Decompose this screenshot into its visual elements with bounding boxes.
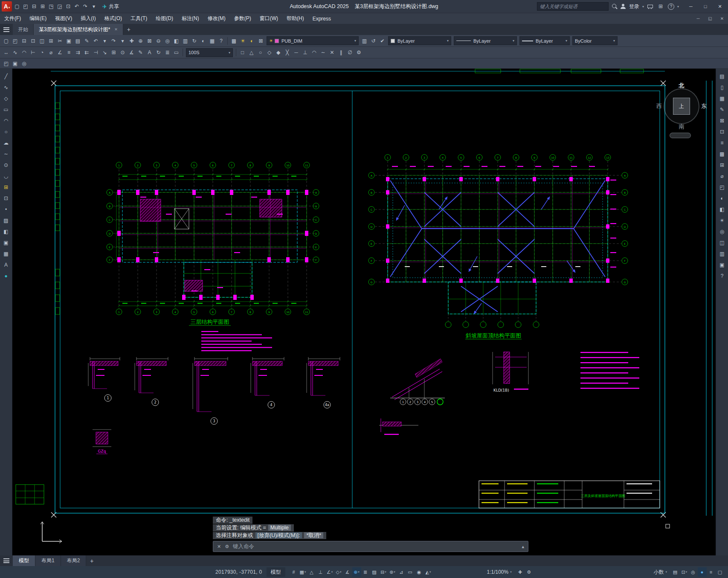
- tab-start[interactable]: 开始: [13, 24, 34, 35]
- quick-access-customize-caret-icon[interactable]: ▾: [90, 2, 98, 11]
- customization-icon[interactable]: ≡: [707, 567, 716, 577]
- linetype-select[interactable]: ByLayer ▾: [454, 36, 517, 45]
- snap-toggle-icon[interactable]: ▦▾: [299, 567, 307, 577]
- markup-icon[interactable]: ✎: [717, 104, 728, 115]
- insert-block-tool-icon[interactable]: ⊞: [1, 182, 12, 192]
- file-tabs-menu-button[interactable]: [0, 24, 13, 35]
- save-as-icon[interactable]: ⊞: [38, 2, 47, 11]
- dim-continue-icon[interactable]: ⇉: [73, 48, 82, 57]
- snap-none-icon[interactable]: ∅: [345, 48, 354, 57]
- dynamic-ucs-icon[interactable]: ⊿: [397, 567, 406, 577]
- snap-midpoint-icon[interactable]: △: [247, 48, 256, 57]
- share-button[interactable]: ✈ 共享: [102, 3, 119, 10]
- qnew-icon[interactable]: ▢: [13, 2, 21, 11]
- quick-properties-icon[interactable]: ▤: [671, 567, 680, 577]
- layer-lock-icon[interactable]: ⊠: [256, 36, 265, 46]
- steering-wheel-icon[interactable]: ◎: [20, 59, 29, 68]
- graphics-performance-icon[interactable]: ●: [698, 567, 707, 577]
- menu-item[interactable]: 参数(P): [230, 13, 255, 24]
- region-tool-icon[interactable]: ▣: [1, 237, 12, 248]
- mtext-tool-icon[interactable]: A: [1, 259, 12, 270]
- isodraft-icon[interactable]: ◇▾: [334, 567, 343, 577]
- annotation-monitor-icon[interactable]: ✚: [516, 567, 525, 577]
- quickcalc-icon[interactable]: ⊞: [717, 160, 728, 170]
- dim-baseline-icon[interactable]: ⇇: [82, 48, 91, 57]
- sheet-set-manager-icon[interactable]: ▦: [717, 93, 728, 104]
- dim-linear-icon[interactable]: ↔: [2, 48, 11, 57]
- snap-node-icon[interactable]: ◇: [265, 48, 274, 57]
- properties-palette-icon[interactable]: ▤: [717, 71, 728, 81]
- isolate-objects-icon[interactable]: ◎: [689, 567, 698, 577]
- design-center-icon[interactable]: ◰: [717, 182, 728, 192]
- menu-item[interactable]: 工具(T): [126, 13, 151, 24]
- tab-layout1[interactable]: 布局1: [35, 555, 61, 566]
- compass-north[interactable]: 北: [679, 82, 684, 90]
- render-palette-icon[interactable]: ◐: [717, 193, 728, 203]
- compass-west[interactable]: 西: [656, 102, 662, 110]
- revcloud-tool-icon[interactable]: ☁: [1, 137, 12, 148]
- sheet-set-icon[interactable]: ▦: [208, 36, 217, 46]
- annotation-scale-select[interactable]: 1:1/100%▾: [484, 567, 515, 577]
- viewport-controls-icon[interactable]: ◰: [2, 59, 11, 68]
- model-space-button[interactable]: 模型: [267, 567, 285, 577]
- help-icon[interactable]: ?: [217, 36, 226, 46]
- workspace-gear-icon[interactable]: ⚙: [525, 567, 534, 577]
- dim-arc-icon[interactable]: ◠: [20, 48, 29, 57]
- save-to-web-icon[interactable]: ◲: [55, 2, 64, 11]
- multileader-icon[interactable]: ↘: [100, 48, 109, 57]
- layer-palette-icon[interactable]: ▩: [717, 148, 728, 159]
- tool-palettes-icon[interactable]: ▯: [717, 82, 728, 93]
- layer-properties-icon[interactable]: ▩: [229, 36, 238, 46]
- view-manager-icon[interactable]: ▣: [11, 59, 20, 68]
- selection-cycling-icon[interactable]: ⊟▾: [379, 567, 388, 577]
- quick-dim-icon[interactable]: ≡: [64, 48, 73, 57]
- tab-layout2[interactable]: 布局2: [61, 555, 87, 566]
- search-input[interactable]: [537, 2, 609, 11]
- apps-icon[interactable]: ⊞: [656, 2, 665, 11]
- command-options-chip[interactable]: [放弃(U)/模式(M)]:: [255, 532, 302, 538]
- infer-constraints-icon[interactable]: △: [307, 567, 316, 577]
- navigation-bar[interactable]: [670, 133, 691, 138]
- layer-previous-icon[interactable]: ↺: [369, 36, 378, 46]
- make-current-layer-icon[interactable]: ✔: [378, 36, 387, 46]
- clipboard-palette-icon[interactable]: ▣: [717, 259, 728, 270]
- cut-icon[interactable]: ✂: [55, 36, 64, 46]
- menu-item[interactable]: 修改(M): [203, 13, 230, 24]
- layer-select[interactable]: ☀ PUB_DIM ▾: [267, 36, 359, 45]
- ellipse-arc-tool-icon[interactable]: ◡: [1, 171, 12, 181]
- lights-palette-icon[interactable]: ☀: [717, 215, 728, 226]
- dim-diameter-icon[interactable]: ⌀: [46, 48, 55, 57]
- arc-tool-icon[interactable]: ◠: [1, 115, 12, 126]
- grid-toggle-icon[interactable]: #: [290, 567, 299, 577]
- menu-item[interactable]: Express: [308, 13, 335, 24]
- new-tab-button[interactable]: +: [123, 24, 134, 35]
- command-collapse-icon[interactable]: ▴: [522, 544, 524, 549]
- dimstyle-select[interactable]: 100S ▾: [186, 48, 233, 57]
- color-select[interactable]: ByLayer ▾: [388, 36, 451, 45]
- gradient-tool-icon[interactable]: ◧: [1, 226, 12, 237]
- line-tool-icon[interactable]: ╱: [1, 71, 12, 81]
- cart-icon[interactable]: [647, 4, 653, 9]
- command-close-icon[interactable]: ✕: [217, 544, 221, 549]
- open-icon[interactable]: ◰: [11, 36, 20, 46]
- viewports-icon[interactable]: ◧: [172, 36, 181, 46]
- dim-jogged-icon[interactable]: ∡: [127, 48, 136, 57]
- doc-restore-button[interactable]: ◱: [704, 13, 716, 24]
- save-icon[interactable]: ⊟: [30, 2, 38, 11]
- new-icon[interactable]: ▢: [2, 36, 11, 46]
- lock-ui-icon[interactable]: ⊡▾: [680, 567, 689, 577]
- pan-icon[interactable]: ✚: [127, 36, 136, 46]
- materials-palette-icon[interactable]: ◧: [717, 204, 728, 215]
- rectangle-tool-icon[interactable]: ▭: [1, 104, 12, 115]
- redo-icon[interactable]: ↷: [109, 36, 118, 46]
- dim-aligned-icon[interactable]: ∿: [11, 48, 20, 57]
- dim-space-icon[interactable]: ≣: [163, 48, 172, 57]
- snap-marker-icon[interactable]: ●: [1, 270, 12, 281]
- dim-angular-icon[interactable]: ∠: [55, 48, 64, 57]
- drawing-canvas[interactable]: 三层结构平面图 斜坡屋面顶结构平面图 KLD(1B) GZq 三层及斜坡屋面顶结…: [12, 69, 716, 555]
- command-input-bar[interactable]: ✕ ⚙ 键入命令 ▴: [213, 541, 528, 552]
- user-icon[interactable]: [621, 4, 626, 9]
- dim-style-icon[interactable]: ▭: [172, 48, 181, 57]
- orbit-icon[interactable]: ↻: [190, 36, 199, 46]
- zoom-window-icon[interactable]: ⊠: [145, 36, 154, 46]
